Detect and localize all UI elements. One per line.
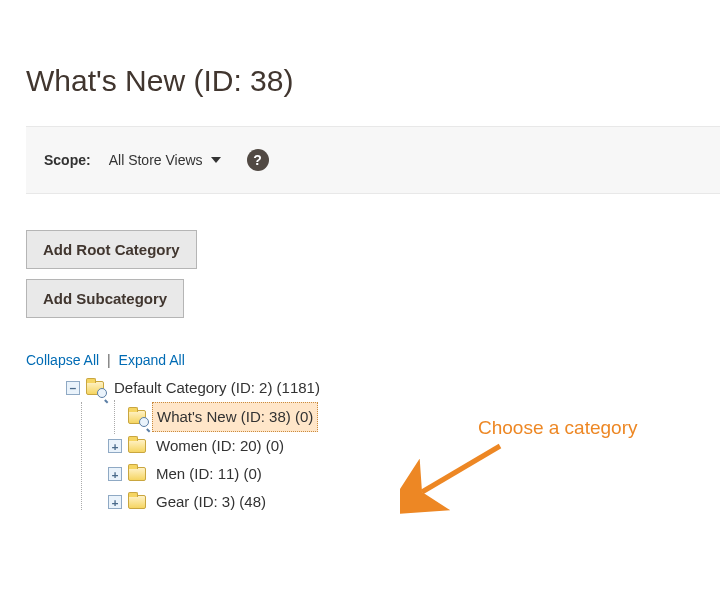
folder-icon — [128, 495, 146, 509]
folder-icon — [128, 467, 146, 481]
tree-node-root[interactable]: Default Category (ID: 2) (1181) — [66, 374, 694, 402]
folder-open-icon — [86, 381, 104, 395]
collapse-icon[interactable] — [66, 381, 80, 395]
svg-line-0 — [422, 446, 500, 492]
tree-connector — [108, 410, 122, 424]
help-icon[interactable]: ? — [247, 149, 269, 171]
collapse-all-link[interactable]: Collapse All — [26, 352, 99, 368]
scope-label: Scope: — [44, 152, 91, 168]
caret-down-icon — [211, 157, 221, 163]
category-tree: Default Category (ID: 2) (1181) What's N… — [26, 374, 694, 516]
scope-bar: Scope: All Store Views ? — [26, 126, 720, 194]
scope-selector[interactable]: All Store Views — [109, 152, 221, 168]
add-subcategory-button[interactable]: Add Subcategory — [26, 279, 184, 318]
add-root-category-button[interactable]: Add Root Category — [26, 230, 197, 269]
expand-icon[interactable] — [108, 439, 122, 453]
separator: | — [107, 352, 111, 368]
tree-node-label: Gear (ID: 3) (48) — [152, 488, 270, 516]
expand-icon[interactable] — [108, 467, 122, 481]
expand-all-link[interactable]: Expand All — [119, 352, 185, 368]
annotation-arrow-icon — [400, 436, 520, 516]
expand-icon[interactable] — [108, 495, 122, 509]
tree-node-label: Women (ID: 20) (0) — [152, 432, 288, 460]
scope-value: All Store Views — [109, 152, 203, 168]
page-title: What's New (ID: 38) — [26, 64, 694, 98]
tree-expand-controls: Collapse All | Expand All — [26, 352, 694, 368]
category-action-buttons: Add Root Category Add Subcategory — [26, 230, 694, 328]
tree-node-label: What's New (ID: 38) (0) — [152, 402, 318, 432]
folder-icon — [128, 439, 146, 453]
tree-node-label: Default Category (ID: 2) (1181) — [110, 374, 324, 402]
tree-node-label: Men (ID: 11) (0) — [152, 460, 266, 488]
folder-icon — [128, 410, 146, 424]
